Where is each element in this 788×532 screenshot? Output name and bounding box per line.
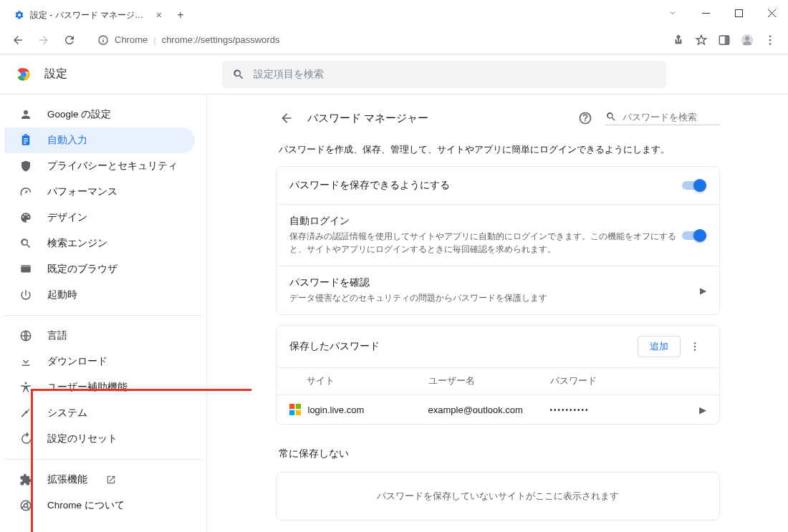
svg-rect-27 (289, 410, 294, 415)
svg-point-23 (693, 346, 695, 347)
svg-rect-1 (735, 9, 742, 16)
page-title: パスワード マネージャー (307, 112, 568, 125)
password-search-input[interactable] (623, 112, 708, 122)
svg-rect-28 (295, 410, 300, 415)
search-icon (605, 111, 617, 122)
svg-point-24 (693, 349, 695, 350)
url-scheme: Chrome (115, 34, 148, 45)
svg-point-18 (25, 382, 27, 385)
browser-tab[interactable]: 設定 - パスワード マネージャー × (6, 4, 170, 26)
never-save-title: 常に保存しない (276, 435, 720, 465)
address-bar[interactable]: Chrome | chrome://settings/passwords (89, 29, 659, 51)
sidebar-item-appearance[interactable]: デザイン (4, 205, 195, 231)
svg-rect-6 (725, 36, 729, 44)
settings-header: 設定 設定項目を検索 (0, 54, 788, 95)
more-icon[interactable] (689, 341, 706, 352)
passwords-table-header: サイト ユーザー名 パスワード (277, 367, 719, 395)
password-site: login.live.com (308, 405, 428, 415)
add-password-button[interactable]: 追加 (638, 336, 681, 357)
site-info-icon[interactable] (97, 34, 109, 46)
forward-button[interactable] (33, 29, 54, 51)
svg-point-11 (769, 42, 772, 44)
svg-point-22 (693, 342, 695, 344)
sidebar-item-default-browser[interactable]: 既定のブラウザ (4, 256, 195, 282)
sidebar-item-languages[interactable]: 言語 (4, 323, 195, 349)
svg-point-3 (102, 37, 103, 38)
setting-check-passwords[interactable]: パスワードを確認 データ侵害などのセキュリティの問題からパスワードを保護します … (277, 266, 719, 314)
assignment-icon (19, 134, 33, 147)
toggle-offer-save[interactable] (681, 179, 706, 192)
chevron-right-icon: ▶ (699, 405, 706, 415)
settings-main: パスワード マネージャー パスワードを作成、保存、管理して、サイトやアプリに簡単… (206, 95, 788, 532)
download-icon (19, 355, 33, 368)
share-icon[interactable] (668, 29, 689, 51)
saved-passwords-card: 保存したパスワード 追加 サイト ユーザー名 パスワード login.live.… (276, 325, 720, 425)
side-panel-icon[interactable] (713, 29, 735, 51)
sidebar-item-downloads[interactable]: ダウンロード (4, 349, 195, 374)
bookmark-icon[interactable] (691, 29, 712, 51)
sidebar-item-google[interactable]: Google の設定 (4, 102, 195, 127)
sidebar-item-search-engine[interactable]: 検索エンジン (4, 231, 195, 256)
search-icon (232, 68, 245, 81)
person-icon (19, 108, 33, 121)
external-link-icon (106, 475, 116, 485)
help-icon[interactable] (578, 111, 595, 125)
svg-rect-25 (289, 404, 294, 409)
password-search[interactable] (605, 111, 720, 125)
microsoft-icon (289, 404, 301, 415)
close-tab-icon[interactable]: × (156, 9, 162, 21)
settings-card-toggles: パスワードを保存できるようにする 自動ログイン 保存済みの認証情報を使用してサイ… (276, 166, 720, 315)
svg-rect-26 (295, 404, 300, 409)
password-masked: •••••••••• (550, 406, 699, 414)
password-user: example@outlook.com (428, 405, 550, 415)
toggle-auto-signin[interactable] (681, 229, 706, 242)
page-description: パスワードを作成、保存、管理して、サイトやアプリに簡単にログインできるようにしま… (276, 143, 720, 156)
sidebar-item-autofill[interactable]: 自動入力 (4, 127, 195, 153)
setting-offer-save[interactable]: パスワードを保存できるようにする (277, 167, 719, 204)
sidebar-item-performance[interactable]: パフォーマンス (4, 179, 195, 205)
svg-point-10 (769, 39, 772, 41)
annotation-line (31, 389, 251, 391)
url-text: chrome://settings/passwords (162, 34, 280, 45)
new-tab-button[interactable]: + (170, 4, 191, 26)
close-window-button[interactable] (755, 0, 788, 26)
col-header-password: パスワード (550, 375, 706, 387)
svg-rect-0 (702, 13, 710, 14)
reload-button[interactable] (59, 29, 80, 51)
search-placeholder: 設定項目を検索 (254, 68, 324, 81)
shield-icon (19, 160, 33, 173)
search-icon (19, 237, 33, 250)
saved-passwords-title: 保存したパスワード (289, 340, 638, 353)
menu-icon[interactable] (759, 29, 781, 51)
chevron-down-icon[interactable] (656, 0, 689, 26)
browser-icon (19, 263, 33, 276)
power-icon (19, 289, 33, 301)
tab-title: 設定 - パスワード マネージャー (30, 9, 150, 21)
chrome-logo-icon (14, 65, 33, 84)
settings-search[interactable]: 設定項目を検索 (222, 61, 666, 88)
speed-icon (19, 185, 33, 198)
svg-point-8 (745, 36, 749, 40)
window-titlebar: 設定 - パスワード マネージャー × + (0, 0, 788, 26)
profile-icon[interactable] (736, 29, 758, 51)
app-title: 設定 (44, 67, 67, 82)
back-button[interactable] (7, 29, 29, 51)
svg-rect-4 (102, 39, 103, 42)
svg-rect-16 (21, 265, 31, 267)
minimize-button[interactable] (689, 0, 722, 26)
maximize-button[interactable] (722, 0, 755, 26)
sidebar-item-on-startup[interactable]: 起動時 (4, 282, 195, 308)
password-row[interactable]: login.live.com example@outlook.com •••••… (277, 395, 719, 424)
col-header-site: サイト (307, 375, 428, 387)
back-arrow-button[interactable] (276, 107, 297, 129)
col-header-user: ユーザー名 (428, 375, 550, 387)
browser-toolbar: Chrome | chrome://settings/passwords (0, 26, 788, 54)
sidebar-item-privacy[interactable]: プライバシーとセキュリティ (4, 153, 195, 179)
page-header: パスワード マネージャー (276, 107, 720, 129)
setting-auto-signin[interactable]: 自動ログイン 保存済みの認証情報を使用してサイトやアプリに自動的にログインできま… (277, 204, 719, 266)
window-controls (656, 0, 788, 26)
palette-icon (19, 211, 33, 224)
svg-point-9 (769, 35, 772, 37)
annotation-line (31, 389, 33, 532)
chevron-right-icon: ▶ (700, 286, 706, 296)
